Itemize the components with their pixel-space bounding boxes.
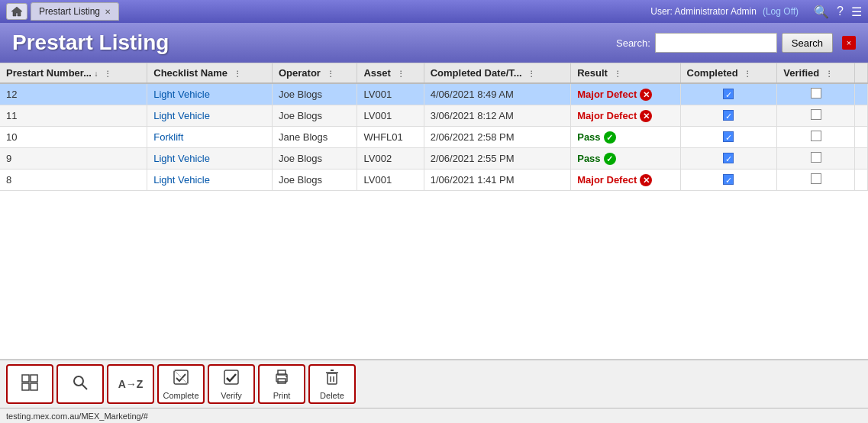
cell-checklist-name: Light Vehicle xyxy=(147,105,273,127)
col-menu-icon-asset[interactable]: ⋮ xyxy=(397,69,405,78)
cell-operator: Joe Blogs xyxy=(272,170,357,191)
user-area: User: Administrator Admin (Log Off) 🔍 ? … xyxy=(650,5,862,19)
completed-checkbox[interactable]: ✓ xyxy=(723,153,734,163)
cell-checklist-name: Forklift xyxy=(147,127,273,148)
cell-prestart-number: 12 xyxy=(0,83,147,105)
col-menu-icon-prestart[interactable]: ⋮ xyxy=(104,69,111,78)
svg-rect-3 xyxy=(31,383,37,390)
table-header: Prestart Number... ↓ ⋮ Checklist Name ⋮ … xyxy=(0,63,868,83)
result-check-icon: ✓ xyxy=(604,131,616,144)
verified-checkbox[interactable] xyxy=(811,88,821,98)
cell-asset: LV002 xyxy=(357,148,424,170)
table-row[interactable]: 12Light VehicleJoe BlogsLV0014/06/2021 8… xyxy=(0,83,868,105)
col-menu-icon-checklist[interactable]: ⋮ xyxy=(234,69,241,78)
result-x-icon: ✕ xyxy=(640,174,652,186)
home-button[interactable] xyxy=(6,3,27,20)
tab-area: Prestart Listing ✕ xyxy=(6,2,650,21)
result-text: Major Defect xyxy=(577,174,637,186)
cell-result: Pass✓ xyxy=(571,127,680,148)
checklist-link[interactable]: Light Vehicle xyxy=(153,89,210,100)
search-button[interactable]: Search xyxy=(782,33,833,53)
tab-close-icon[interactable]: ✕ xyxy=(105,8,111,16)
cell-verified xyxy=(777,170,855,191)
col-asset: Asset ⋮ xyxy=(357,63,424,83)
svg-point-12 xyxy=(286,376,287,377)
help-icon[interactable]: ? xyxy=(837,5,844,18)
col-menu-icon-result[interactable]: ⋮ xyxy=(614,69,621,78)
cell-completed-date: 1/06/2021 1:41 PM xyxy=(424,170,571,191)
cell-prestart-number: 11 xyxy=(0,105,147,127)
table-row[interactable]: 10ForkliftJane BlogsWHFL012/06/2021 2:58… xyxy=(0,127,868,148)
verify-button[interactable]: Verify xyxy=(208,364,255,404)
cell-completed: ✓ xyxy=(680,105,777,127)
verified-checkbox[interactable] xyxy=(811,131,821,141)
checklist-link[interactable]: Light Vehicle xyxy=(153,174,210,186)
prestart-listing-tab[interactable]: Prestart Listing ✕ xyxy=(31,2,119,21)
svg-rect-1 xyxy=(31,375,37,382)
verified-checkbox[interactable] xyxy=(811,152,821,163)
checklist-link[interactable]: Forklift xyxy=(153,131,183,143)
logout-link[interactable]: (Log Off) xyxy=(763,6,799,17)
prestart-table: Prestart Number... ↓ ⋮ Checklist Name ⋮ … xyxy=(0,63,868,191)
cell-operator: Joe Blogs xyxy=(272,148,357,170)
search-toolbar-button[interactable] xyxy=(56,364,104,404)
cell-verified xyxy=(777,83,855,105)
cell-completed: ✓ xyxy=(680,127,777,148)
table-row[interactable]: 11Light VehicleJoe BlogsLV0013/06/2021 8… xyxy=(0,105,868,127)
completed-checkbox[interactable]: ✓ xyxy=(723,131,734,142)
result-check-icon: ✓ xyxy=(604,153,616,165)
complete-button[interactable]: Complete xyxy=(157,364,205,404)
grid-icon xyxy=(21,374,38,395)
result-text: Major Defect xyxy=(577,89,637,100)
cell-asset: LV001 xyxy=(357,83,424,105)
scrollbar-col xyxy=(855,63,868,83)
result-x-icon: ✕ xyxy=(640,110,652,122)
top-icons: 🔍 ? ☰ xyxy=(814,5,862,19)
svg-rect-2 xyxy=(22,383,29,390)
checklist-link[interactable]: Light Vehicle xyxy=(153,153,210,164)
col-menu-icon-operator[interactable]: ⋮ xyxy=(327,69,334,78)
cell-asset: LV001 xyxy=(357,170,424,191)
complete-icon xyxy=(173,369,189,389)
col-prestart-number: Prestart Number... ↓ ⋮ xyxy=(0,63,147,83)
verified-checkbox[interactable] xyxy=(811,173,821,184)
result-text: Pass xyxy=(577,131,600,143)
result-text: Major Defect xyxy=(577,110,637,121)
col-checklist-name: Checklist Name ⋮ xyxy=(147,63,273,83)
page-header: Prestart Listing Search: Search × xyxy=(0,23,868,63)
col-menu-icon-verified[interactable]: ⋮ xyxy=(825,69,833,78)
print-button[interactable]: Print xyxy=(258,364,305,404)
checklist-link[interactable]: Light Vehicle xyxy=(153,110,210,121)
menu-icon[interactable]: ☰ xyxy=(851,5,862,19)
col-menu-icon-date[interactable]: ⋮ xyxy=(528,69,535,78)
cell-checklist-name: Light Vehicle xyxy=(147,83,273,105)
grid-button[interactable] xyxy=(6,364,53,404)
col-menu-icon-completed[interactable]: ⋮ xyxy=(744,69,751,78)
atoz-button[interactable]: A→Z xyxy=(107,364,154,404)
top-bar: Prestart Listing ✕ User: Administrator A… xyxy=(0,0,868,23)
search-input[interactable] xyxy=(655,33,777,53)
svg-point-4 xyxy=(74,376,83,386)
table-row[interactable]: 8Light VehicleJoe BlogsLV0011/06/2021 1:… xyxy=(0,170,868,191)
search-top-icon[interactable]: 🔍 xyxy=(814,5,829,19)
cell-checklist-name: Light Vehicle xyxy=(147,148,273,170)
completed-checkbox[interactable]: ✓ xyxy=(723,89,734,99)
completed-checkbox[interactable]: ✓ xyxy=(723,110,734,121)
complete-label: Complete xyxy=(163,391,198,400)
search-area: Search: Search xyxy=(616,33,833,53)
cell-completed: ✓ xyxy=(680,170,777,191)
cell-asset: LV001 xyxy=(357,105,424,127)
table-row[interactable]: 9Light VehicleJoe BlogsLV0022/06/2021 2:… xyxy=(0,148,868,170)
cell-completed: ✓ xyxy=(680,148,777,170)
cell-completed-date: 3/06/2021 8:12 AM xyxy=(424,105,571,127)
cell-result: Major Defect✕ xyxy=(571,105,680,127)
completed-checkbox[interactable]: ✓ xyxy=(723,174,734,185)
scrollbar-cell xyxy=(855,170,868,191)
cell-operator: Jane Blogs xyxy=(272,127,357,148)
delete-button[interactable]: Delete xyxy=(308,364,356,404)
scrollbar-cell xyxy=(855,148,868,170)
cell-prestart-number: 9 xyxy=(0,148,147,170)
verified-checkbox[interactable] xyxy=(811,109,821,120)
cell-result: Pass✓ xyxy=(571,148,680,170)
close-header-button[interactable]: × xyxy=(842,36,856,50)
